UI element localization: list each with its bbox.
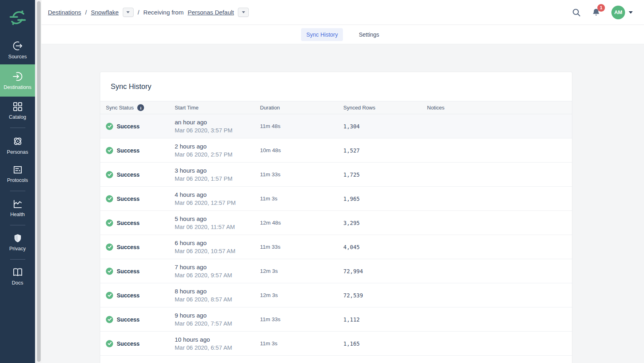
sidebar-item-destinations[interactable]: Destinations: [0, 64, 35, 97]
absolute-time: Mar 06 2020, 8:57 AM: [175, 295, 260, 304]
sidebar-item-sources[interactable]: Sources: [0, 35, 35, 64]
table-row[interactable]: Success 4 hours ago Mar 06 2020, 12:57 P…: [100, 187, 572, 211]
absolute-time: Mar 06 2020, 1:57 PM: [175, 175, 260, 183]
sidebar-item-docs[interactable]: Docs: [0, 262, 35, 291]
status-cell: Success: [106, 195, 175, 202]
relative-time: 10 hours ago: [175, 335, 260, 344]
breadcrumb-separator: /: [85, 9, 87, 16]
sidebar-item-label: Destinations: [4, 85, 31, 90]
start-time-cell: 9 hours ago Mar 06 2020, 7:57 AM: [175, 311, 260, 328]
info-icon[interactable]: i: [137, 104, 144, 111]
user-menu[interactable]: AM: [611, 6, 633, 19]
sidebar: Sources Destinations Catalog: [0, 0, 35, 363]
start-time-cell: 3 hours ago Mar 06 2020, 1:57 PM: [175, 166, 260, 183]
status-cell: Success: [106, 147, 175, 154]
success-check-icon: [106, 316, 113, 323]
table-row[interactable]: Success 6 hours ago Mar 06 2020, 10:57 A…: [100, 235, 572, 259]
source-dropdown-button[interactable]: [238, 8, 249, 17]
table-row[interactable]: Success 7 hours ago Mar 06 2020, 9:57 AM…: [100, 259, 572, 283]
status-cell: Success: [106, 316, 175, 323]
card-title: Sync History: [100, 72, 572, 101]
chevron-down-icon: [242, 11, 245, 13]
sync-table-body: Success an hour ago Mar 06 2020, 3:57 PM…: [100, 114, 572, 356]
status-label: Success: [117, 123, 140, 130]
synced-rows-cell: 3,295: [343, 220, 427, 226]
table-row[interactable]: Success 8 hours ago Mar 06 2020, 8:57 AM…: [100, 283, 572, 307]
tab-sync-history[interactable]: Sync History: [301, 28, 343, 41]
start-time-cell: 10 hours ago Mar 06 2020, 6:57 AM: [175, 335, 260, 352]
start-time-cell: 6 hours ago Mar 06 2020, 10:57 AM: [175, 239, 260, 256]
relative-time: an hour ago: [175, 118, 260, 126]
relative-time: 8 hours ago: [175, 287, 260, 295]
page-scrollbar[interactable]: [35, 0, 41, 363]
destinations-icon: [12, 71, 23, 82]
tab-settings[interactable]: Settings: [353, 28, 384, 41]
table-row[interactable]: Success 9 hours ago Mar 06 2020, 7:57 AM…: [100, 307, 572, 332]
absolute-time: Mar 06 2020, 6:57 AM: [175, 344, 260, 352]
breadcrumb-snowflake-link[interactable]: Snowflake: [91, 9, 119, 16]
relative-time: 9 hours ago: [175, 311, 260, 320]
absolute-time: Mar 06 2020, 2:57 PM: [175, 151, 260, 159]
relative-time: 5 hours ago: [175, 214, 260, 223]
relative-time: 3 hours ago: [175, 166, 260, 175]
synced-rows-cell: 1,304: [343, 123, 427, 130]
success-check-icon: [106, 243, 113, 251]
sidebar-item-label: Personas: [7, 149, 28, 155]
duration-cell: 12m 3s: [260, 268, 343, 274]
success-check-icon: [106, 268, 113, 275]
synced-rows-cell: 4,045: [343, 244, 427, 250]
synced-rows-cell: 1,527: [343, 147, 427, 154]
success-check-icon: [106, 147, 113, 154]
avatar[interactable]: AM: [611, 6, 625, 19]
chevron-down-icon: [629, 11, 633, 14]
sidebar-item-catalog[interactable]: Catalog: [0, 97, 35, 125]
synced-rows-cell: 72,539: [343, 292, 427, 299]
success-check-icon: [106, 340, 113, 347]
segment-logo[interactable]: [0, 0, 35, 35]
breadcrumb-destinations-link[interactable]: Destinations: [48, 9, 81, 16]
relative-time: 4 hours ago: [175, 190, 260, 199]
status-cell: Success: [106, 268, 175, 275]
table-row[interactable]: Success 3 hours ago Mar 06 2020, 1:57 PM…: [100, 163, 572, 187]
sidebar-divider: [10, 128, 25, 128]
start-time-cell: 8 hours ago Mar 06 2020, 8:57 AM: [175, 287, 260, 304]
notification-badge: 1: [597, 4, 605, 12]
duration-cell: 10m 48s: [260, 147, 343, 153]
status-label: Success: [117, 268, 140, 274]
atom-icon: [12, 136, 23, 146]
column-header-duration: Duration: [260, 105, 343, 111]
search-button[interactable]: [572, 8, 581, 17]
relative-time: 7 hours ago: [175, 263, 260, 271]
scrollbar-thumb[interactable]: [37, 1, 41, 362]
header-actions: 1 AM: [572, 6, 633, 19]
main-area: Destinations / Snowflake / Receiving fro…: [41, 0, 644, 363]
sidebar-item-label: Protocols: [7, 177, 28, 183]
sidebar-item-label: Docs: [12, 280, 23, 286]
top-header: Destinations / Snowflake / Receiving fro…: [41, 0, 644, 25]
status-label: Success: [117, 340, 140, 347]
notifications-button[interactable]: 1: [591, 8, 601, 17]
sidebar-item-protocols[interactable]: Protocols: [0, 160, 35, 188]
table-row[interactable]: Success 2 hours ago Mar 06 2020, 2:57 PM…: [100, 138, 572, 163]
sources-icon: [12, 41, 23, 51]
chart-line-icon: [13, 199, 23, 209]
sidebar-item-personas[interactable]: Personas: [0, 131, 35, 160]
receiving-from-label: Receiving from: [143, 9, 184, 16]
table-header-row: Sync Status i Start Time Duration Synced…: [100, 101, 572, 114]
destination-dropdown-button[interactable]: [123, 8, 134, 17]
table-row[interactable]: Success an hour ago Mar 06 2020, 3:57 PM…: [100, 114, 572, 138]
status-label: Success: [117, 171, 140, 178]
table-row[interactable]: Success 10 hours ago Mar 06 2020, 6:57 A…: [100, 332, 572, 356]
breadcrumb-separator: /: [138, 9, 139, 16]
relative-time: 2 hours ago: [175, 142, 260, 151]
status-label: Success: [117, 220, 140, 226]
column-header-start-time: Start Time: [175, 105, 260, 111]
sidebar-item-health[interactable]: Health: [0, 194, 35, 222]
status-label: Success: [117, 196, 140, 202]
sidebar-item-privacy[interactable]: Privacy: [0, 228, 35, 256]
breadcrumb-source-link[interactable]: Personas Default: [188, 9, 234, 16]
status-cell: Success: [106, 219, 175, 227]
success-check-icon: [106, 219, 113, 227]
table-row[interactable]: Success 5 hours ago Mar 06 2020, 11:57 A…: [100, 211, 572, 235]
success-check-icon: [106, 292, 113, 299]
